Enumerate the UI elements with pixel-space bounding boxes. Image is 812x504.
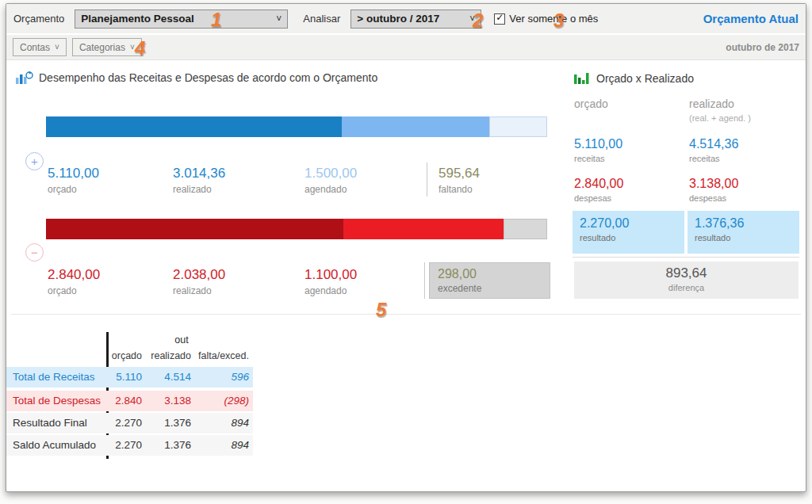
budget-vs-actual-title: Orçado x Realizado — [574, 71, 694, 86]
budget-label: Orçamento — [13, 13, 64, 25]
side-receitas-realizado: 4.514,36receitas — [689, 137, 738, 163]
divider — [573, 257, 799, 258]
bar-chart-blue-icon — [16, 71, 33, 85]
period-select[interactable]: > outubro / 2017 ˅ — [350, 10, 481, 29]
expense-stacked-bar — [46, 219, 547, 239]
budget-select-value: Planejamento Pessoal — [81, 13, 271, 25]
annotation-2: 2 — [473, 10, 483, 32]
annotation-1: 1 — [211, 9, 221, 31]
expand-expense-button[interactable]: − — [25, 243, 44, 262]
bar-segment-excedente — [504, 219, 547, 239]
current-budget-link[interactable]: Orçamento Atual — [703, 12, 799, 25]
categories-button[interactable]: Categorias ˅ — [72, 38, 142, 56]
income-faltando-value: 595,64 faltando — [439, 166, 480, 195]
table-header-orcado: orçado — [82, 350, 142, 361]
diferenca-box: 893,64 diferença — [574, 262, 799, 299]
budget-select[interactable]: Planejamento Pessoal ˅ — [75, 10, 288, 29]
divider — [424, 262, 425, 299]
bar-segment-agendado — [342, 116, 489, 137]
table-row-total-despesas: Total de Despesas 2.840 3.138 (298) — [6, 391, 253, 411]
checkmark-icon: ✓ — [496, 12, 504, 23]
realizado-column-subheader: (real. + agend. ) — [689, 113, 751, 123]
performance-section-title: Desempenho das Receitas e Despesas de ac… — [16, 71, 377, 85]
annotation-5: 5 — [376, 299, 386, 321]
side-resultado-realizado-box: 1.376,36 resultado — [688, 211, 799, 254]
expand-income-button[interactable]: + — [25, 152, 44, 170]
realizado-column-header: realizado — [689, 97, 734, 110]
accounts-button[interactable]: Contas ˅ — [13, 38, 67, 56]
side-despesas-orcado: 2.840,00despesas — [574, 177, 623, 203]
income-realizado-value: 3.014,36 realizado — [173, 166, 225, 195]
table-row-total-receitas: Total de Receitas 5.110 4.514 596 — [6, 367, 253, 388]
income-orcado-value: 5.110,00 orçado — [48, 166, 99, 195]
annotation-3: 3 — [553, 10, 564, 32]
side-despesas-realizado: 3.138,00despesas — [689, 177, 738, 203]
bar-segment-realizado — [46, 219, 343, 239]
expense-orcado-value: 2.840,00 orçado — [48, 267, 100, 296]
table-month-header: out — [138, 334, 225, 346]
table-row-saldo-acumulado: Saldo Acumulado 2.270 1.376 894 — [6, 435, 253, 456]
top-bar: Orçamento Planejamento Pessoal ˅ Analisa… — [6, 4, 806, 34]
period-select-value: > outubro / 2017 — [357, 13, 465, 25]
expense-agendado-value: 1.100,00 agendado — [304, 267, 357, 296]
expense-realizado-value: 2.038,00 realizado — [173, 267, 225, 296]
excedente-box: 298,00 excedente — [429, 262, 550, 299]
month-only-checkbox[interactable]: ✓ — [494, 13, 505, 25]
side-receitas-orcado: 5.110,00receitas — [574, 137, 622, 163]
bar-chart-green-icon — [574, 71, 591, 86]
side-resultado-orcado-box: 2.270,00 resultado — [573, 211, 684, 254]
bar-segment-faltando — [489, 116, 547, 137]
divider — [11, 314, 801, 315]
app-window: Orçamento Planejamento Pessoal ˅ Analisa… — [6, 3, 806, 492]
table-header-realizado: realizado — [136, 350, 191, 361]
income-stacked-bar — [46, 116, 547, 137]
filter-toolbar: Contas ˅ Categorias ˅ outubro de 2017 — [6, 35, 806, 60]
table-row-resultado-final: Resultado Final 2.270 1.376 894 — [6, 413, 253, 433]
analyze-label: Analisar — [303, 13, 340, 25]
bar-segment-agendado — [343, 219, 504, 239]
bar-segment-realizado — [46, 116, 342, 137]
chevron-down-icon: ˅ — [130, 43, 135, 52]
chevron-down-icon: ˅ — [55, 43, 59, 52]
chevron-down-icon: ˅ — [276, 13, 282, 25]
current-period-text: outubro de 2017 — [726, 42, 799, 53]
income-agendado-value: 1.500,00 agendado — [304, 166, 357, 195]
divider — [427, 162, 427, 197]
orcado-column-header: orçado — [574, 97, 608, 110]
table-header-falta-exced: falta/exced. — [186, 350, 249, 361]
annotation-4: 4 — [135, 37, 145, 59]
